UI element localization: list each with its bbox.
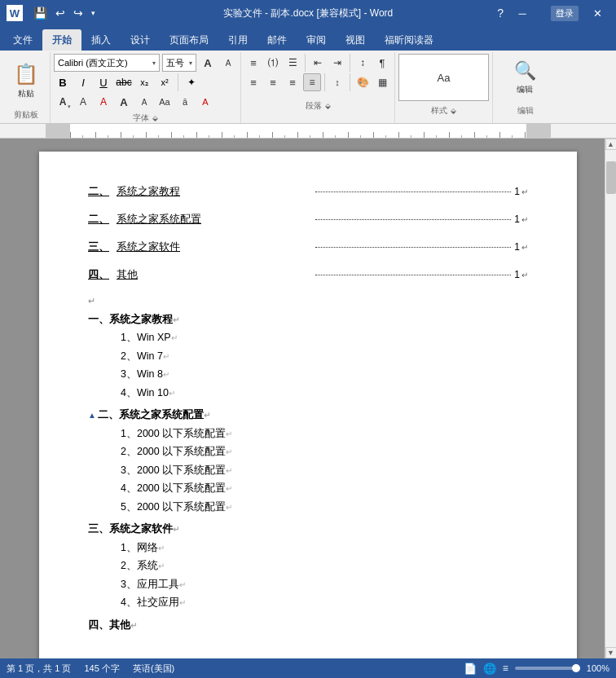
toc-text-3: 系统之家软件 (117, 240, 312, 254)
tab-design[interactable]: 设计 (121, 29, 160, 51)
tab-file[interactable]: 文件 (3, 29, 42, 51)
ribbon-tabs: 文件 开始 插入 设计 页面布局 引用 邮件 审阅 视图 福昕阅读器 (0, 26, 616, 51)
minimize-button[interactable]: ─ (504, 0, 541, 26)
scroll-up-arrow[interactable]: ▲ (605, 139, 617, 150)
font-size-selector[interactable]: 五号 ▾ (162, 54, 196, 72)
font-name-selector[interactable]: Calibri (西文正文) ▾ (54, 54, 160, 72)
increase-indent-btn[interactable]: ⇥ (328, 54, 346, 72)
justify-btn[interactable]: ≡ (303, 73, 321, 91)
item-3-4: 4、社交应用↵ (121, 593, 528, 612)
highlight-color-btn[interactable]: A (74, 93, 92, 111)
styles-dialog-btn[interactable]: ⬙ (451, 107, 456, 115)
bullets-btn[interactable]: ≡ (244, 54, 262, 72)
redo-icon[interactable]: ↪ (71, 5, 86, 21)
svg-rect-4 (95, 132, 96, 139)
tab-insert[interactable]: 插入 (81, 29, 121, 51)
toc-dots-1 (315, 192, 511, 192)
numbering-btn[interactable]: ⑴ (264, 54, 282, 72)
font-color-btn[interactable]: A ▾ (54, 93, 72, 111)
styles-gallery[interactable]: Aa (398, 54, 489, 101)
editing-button[interactable]: 🔍 编辑 (496, 54, 553, 101)
view-print-icon[interactable]: 📄 (464, 663, 477, 675)
body-section: 一、系统之家教程↵ 1、Win XP↵ 2、Win 7↵ 3、Win 8↵ 4、… (88, 310, 528, 634)
item-3-2: 2、系统↵ (121, 557, 528, 575)
tab-mailings[interactable]: 邮件 (257, 29, 297, 51)
ruler-inner (46, 124, 551, 139)
borders-btn[interactable]: ▦ (373, 73, 391, 91)
editing-label: 编辑 (517, 84, 533, 95)
view-outline-icon[interactable]: ≡ (503, 663, 508, 674)
help-button[interactable]: ? (497, 7, 504, 20)
tab-review[interactable]: 审阅 (297, 29, 336, 51)
restore-button[interactable]: □ (541, 0, 579, 26)
scroll-down-arrow[interactable]: ▼ (605, 647, 617, 658)
tab-view[interactable]: 视图 (336, 29, 375, 51)
align-left-btn[interactable]: ≡ (244, 73, 262, 91)
save-icon[interactable]: 💾 (31, 5, 50, 21)
customize-icon[interactable]: ▾ (89, 7, 98, 19)
decrease-indent-btn[interactable]: ⇤ (309, 54, 327, 72)
show-marks-btn[interactable]: ¶ (373, 54, 391, 72)
cr-1-3: ↵ (163, 370, 169, 379)
tab-references[interactable]: 引用 (218, 29, 257, 51)
vertical-scrollbar[interactable]: ▲ ▼ (605, 139, 616, 658)
multilevel-btn[interactable]: ☰ (284, 54, 301, 72)
undo-icon[interactable]: ↩ (53, 5, 68, 21)
toc-entry-2: 二、 系统之家系统配置 1 ↵ (88, 212, 528, 227)
font-row3: A ▾ A A A A Aa ā A (54, 93, 237, 111)
clipboard-label: 剪贴板 (5, 108, 46, 121)
strikethrough-button[interactable]: abc (115, 73, 133, 91)
svg-rect-25 (158, 135, 159, 139)
heading-3: 三、系统之家软件↵ (88, 519, 528, 538)
cr-2-3: ↵ (226, 466, 232, 475)
align-center-btn[interactable]: ≡ (264, 73, 282, 91)
item-1-1: 1、Win XP↵ (121, 328, 528, 347)
ribbon-toolbar: 📋 粘贴 剪贴板 Calibri (西文正文) ▾ 五号 ▾ A A B I U… (0, 51, 616, 124)
font-size-up-btn[interactable]: A (199, 54, 217, 72)
item-1-3: 3、Win 8↵ (121, 365, 528, 384)
svg-rect-6 (146, 132, 147, 139)
tab-home[interactable]: 开始 (42, 29, 81, 51)
subscript-button[interactable]: x₂ (135, 73, 153, 91)
increase-font-btn[interactable]: A (115, 93, 133, 111)
superscript-button[interactable]: x² (156, 73, 174, 91)
clear-format-btn[interactable]: ✦ (183, 73, 200, 91)
editing-section: 🔍 编辑 编辑 (493, 52, 558, 123)
shading-btn[interactable]: 🎨 (354, 73, 372, 91)
change-case-btn[interactable]: Aa (156, 93, 174, 111)
scroll-thumb[interactable] (606, 161, 616, 194)
line-spacing-btn[interactable]: ↕ (328, 73, 346, 91)
heading-1: 一、系统之家教程↵ (88, 310, 528, 328)
cr-2-5: ↵ (226, 503, 232, 512)
tab-layout[interactable]: 页面布局 (160, 29, 218, 51)
status-left: 第 1 页，共 1 页 145 个字 英语(美国) (7, 663, 464, 675)
sort-btn[interactable]: ↕ (354, 54, 372, 72)
underline-button[interactable]: U (95, 73, 112, 91)
align-right-btn[interactable]: ≡ (284, 73, 301, 91)
italic-button[interactable]: I (74, 73, 92, 91)
decrease-font-btn[interactable]: A (135, 93, 153, 111)
font-color2-btn[interactable]: A (95, 93, 112, 111)
svg-rect-17 (424, 132, 425, 139)
editing-icon: 🔍 (514, 60, 536, 81)
pinyin-btn[interactable]: ā (176, 93, 194, 111)
para-section-label: 段落 ⬙ (244, 99, 391, 112)
document-page[interactable]: 二、 系统之家教程 1 ↵ 二、 系统之家系统配置 1 ↵ 三、 系统之家软件 … (39, 152, 577, 658)
close-button[interactable]: ✕ (579, 0, 616, 26)
toc-entry-1: 二、 系统之家教程 1 ↵ (88, 184, 528, 199)
sep-para4 (350, 73, 350, 91)
tab-foxit[interactable]: 福昕阅读器 (375, 29, 443, 51)
font-size-down-btn[interactable]: A (219, 54, 237, 72)
collapse-icon-2[interactable]: ▲ (88, 411, 96, 420)
para-row2: ≡ ≡ ≡ ≡ ↕ 🎨 ▦ (244, 73, 391, 91)
view-web-icon[interactable]: 🌐 (483, 663, 496, 675)
para-dialog-btn[interactable]: ⬙ (325, 102, 331, 110)
zoom-slider[interactable] (515, 667, 580, 670)
bold-button[interactable]: B (54, 73, 72, 91)
font-dialog-btn[interactable]: ⬙ (152, 114, 158, 122)
svg-rect-10 (247, 132, 248, 139)
toc-section: 二、 系统之家教程 1 ↵ 二、 系统之家系统配置 1 ↵ 三、 系统之家软件 … (88, 184, 528, 282)
ruler (0, 124, 616, 139)
border-char-btn[interactable]: A (196, 93, 214, 111)
paste-button[interactable]: 📋 粘贴 (10, 54, 42, 108)
